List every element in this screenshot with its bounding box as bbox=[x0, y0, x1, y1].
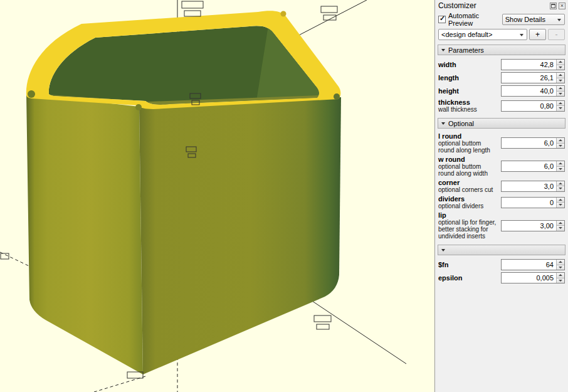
collapse-arrow-icon bbox=[441, 122, 445, 125]
param-row-w-round: w round optional buttom round along widt… bbox=[438, 156, 565, 177]
height-spinbox[interactable]: 40,0 bbox=[501, 85, 565, 97]
spin-down-icon[interactable] bbox=[557, 265, 564, 270]
misc-group: $fn 64 epsilon 0,005 bbox=[435, 257, 568, 285]
section-misc[interactable] bbox=[438, 245, 565, 255]
l-round-spinbox[interactable]: 6,0 bbox=[501, 137, 565, 149]
collapse-arrow-icon bbox=[441, 249, 445, 252]
thickness-spinbox[interactable]: 0,80 bbox=[501, 100, 565, 112]
param-description: optional buttom bbox=[438, 163, 498, 170]
spin-up-icon[interactable] bbox=[557, 60, 564, 65]
corner-spinbox[interactable]: 3,0 bbox=[501, 181, 565, 192]
epsilon-spinbox[interactable]: 0,005 bbox=[501, 272, 565, 283]
param-label: thickness bbox=[438, 98, 498, 106]
spin-up-icon[interactable] bbox=[557, 138, 564, 143]
param-row-fn: $fn 64 bbox=[438, 259, 565, 270]
param-label: $fn bbox=[438, 261, 498, 268]
length-spinbox-value[interactable]: 26,1 bbox=[502, 74, 564, 82]
param-description: optional buttom bbox=[438, 140, 498, 147]
add-preset-button[interactable]: + bbox=[529, 29, 546, 40]
preview-controls-row: ✓ Automatic Preview Show Details bbox=[435, 11, 568, 28]
lip-spinbox[interactable]: 3,00 bbox=[501, 220, 565, 231]
param-description: optional dividers bbox=[438, 203, 498, 209]
design-preset-dropdown[interactable]: <design default> bbox=[438, 29, 527, 40]
spin-down-icon[interactable] bbox=[557, 143, 564, 149]
param-description: round along length bbox=[438, 147, 498, 154]
design-preset-value: <design default> bbox=[441, 31, 524, 38]
spin-down-icon[interactable] bbox=[557, 65, 564, 70]
spin-down-icon[interactable] bbox=[557, 91, 564, 97]
param-label: epsilon bbox=[438, 274, 498, 282]
parameters-group: width 42,8 length 26,1 bbox=[435, 56, 568, 115]
customizer-header: Customizer × bbox=[435, 0, 568, 11]
openscad-window: Customizer × ✓ Automatic Preview Show De… bbox=[0, 0, 568, 392]
param-label: length bbox=[438, 74, 498, 82]
collapse-arrow-icon bbox=[441, 49, 445, 51]
chevron-down-icon bbox=[520, 34, 523, 36]
epsilon-spinbox-value[interactable]: 0,005 bbox=[502, 274, 564, 282]
thickness-spinbox-value[interactable]: 0,80 bbox=[502, 102, 564, 110]
param-description: optional lip for finger, bbox=[438, 219, 498, 226]
param-row-height: height 40,0 bbox=[438, 85, 565, 97]
spin-down-icon[interactable] bbox=[557, 202, 564, 208]
spin-down-icon[interactable] bbox=[557, 166, 564, 172]
height-spinbox-value[interactable]: 40,0 bbox=[502, 87, 564, 95]
param-label: corner bbox=[438, 179, 498, 186]
section-parameters[interactable]: Parameters bbox=[438, 45, 565, 55]
lip-spinbox-value[interactable]: 3,00 bbox=[502, 222, 564, 230]
width-spinbox-value[interactable]: 42,8 bbox=[502, 61, 564, 68]
param-description: wall thickness bbox=[438, 106, 498, 113]
spin-up-icon[interactable] bbox=[557, 260, 564, 265]
details-dropdown-value: Show Details bbox=[505, 16, 562, 23]
param-row-corner: corner optional corners cut 3,0 bbox=[438, 179, 565, 193]
spin-down-icon[interactable] bbox=[557, 186, 564, 191]
preset-controls-row: <design default> + - bbox=[435, 28, 568, 41]
preview-canvas[interactable] bbox=[0, 0, 434, 392]
dividers-spinbox[interactable]: 0 bbox=[501, 197, 565, 208]
float-panel-icon[interactable] bbox=[550, 3, 557, 9]
width-spinbox[interactable]: 42,8 bbox=[501, 59, 565, 70]
spin-down-icon[interactable] bbox=[557, 278, 564, 283]
param-row-length: length 26,1 bbox=[438, 72, 565, 83]
w-round-spinbox-value[interactable]: 6,0 bbox=[502, 162, 564, 170]
section-optional[interactable]: Optional bbox=[438, 118, 565, 129]
corner-spinbox-value[interactable]: 3,0 bbox=[502, 183, 564, 190]
spin-up-icon[interactable] bbox=[557, 73, 564, 78]
l-round-spinbox-value[interactable]: 6,0 bbox=[502, 139, 564, 147]
remove-preset-button[interactable]: - bbox=[548, 29, 565, 40]
w-round-spinbox[interactable]: 6,0 bbox=[501, 161, 565, 172]
dividers-spinbox-value[interactable]: 0 bbox=[502, 199, 564, 206]
spin-up-icon[interactable] bbox=[557, 273, 564, 278]
spin-down-icon[interactable] bbox=[557, 225, 564, 231]
spin-up-icon[interactable] bbox=[557, 221, 564, 226]
spin-up-icon[interactable] bbox=[557, 181, 564, 186]
viewport-3d[interactable] bbox=[0, 0, 434, 392]
spin-up-icon[interactable] bbox=[557, 101, 564, 106]
param-row-width: width 42,8 bbox=[438, 59, 565, 70]
param-label: width bbox=[438, 61, 498, 68]
spin-down-icon[interactable] bbox=[557, 78, 564, 83]
details-dropdown[interactable]: Show Details bbox=[502, 14, 565, 25]
panel-window-buttons: × bbox=[550, 3, 565, 9]
fn-spinbox[interactable]: 64 bbox=[501, 259, 565, 270]
param-label: dividers bbox=[438, 195, 498, 203]
spin-down-icon[interactable] bbox=[557, 105, 564, 111]
param-label: height bbox=[438, 87, 498, 95]
spin-up-icon[interactable] bbox=[557, 161, 564, 166]
fn-spinbox-value[interactable]: 64 bbox=[502, 261, 564, 268]
automatic-preview-label: Automatic Preview bbox=[448, 12, 502, 27]
param-description: optional corners cut bbox=[438, 186, 498, 193]
close-panel-icon[interactable]: × bbox=[559, 3, 565, 9]
check-icon: ✓ bbox=[439, 14, 445, 23]
param-label: w round bbox=[438, 156, 498, 163]
automatic-preview-checkbox[interactable]: ✓ Automatic Preview bbox=[438, 12, 502, 27]
chevron-down-icon bbox=[557, 19, 561, 21]
optional-group: l round optional buttom round along leng… bbox=[435, 130, 568, 241]
param-description: undivided inserts bbox=[438, 233, 498, 240]
length-spinbox[interactable]: 26,1 bbox=[501, 72, 565, 83]
spin-up-icon[interactable] bbox=[557, 198, 564, 203]
param-description: round along width bbox=[438, 170, 498, 177]
spin-up-icon[interactable] bbox=[557, 86, 564, 91]
param-row-l-round: l round optional buttom round along leng… bbox=[438, 132, 565, 154]
checkbox-icon[interactable]: ✓ bbox=[438, 16, 446, 23]
param-row-lip: lip optional lip for finger, better stac… bbox=[438, 211, 565, 240]
